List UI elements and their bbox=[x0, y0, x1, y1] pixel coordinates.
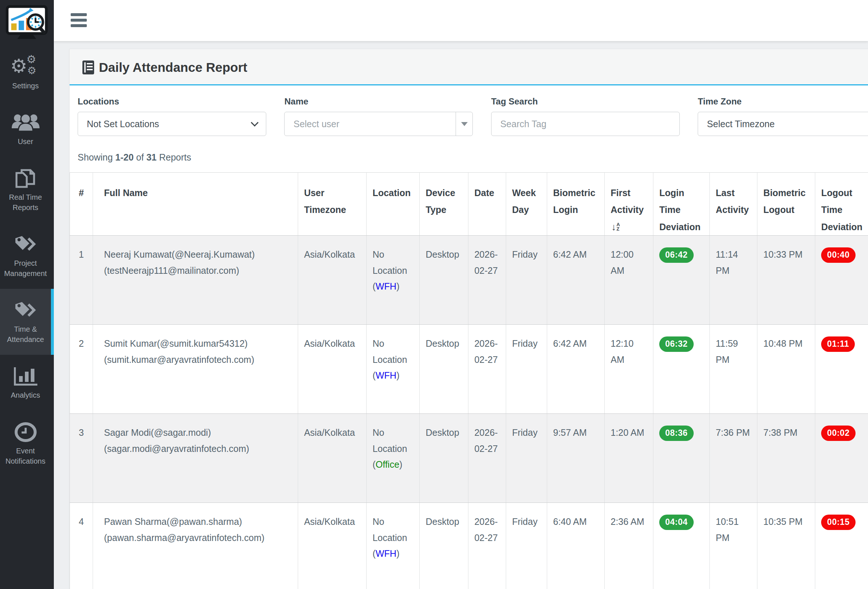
sort-alpha-asc-icon[interactable]: ↓ AZ bbox=[611, 222, 620, 232]
timezone-cell: Asia/Kolkata bbox=[298, 235, 367, 324]
app-logo[interactable] bbox=[0, 0, 54, 46]
location-cell: No Location Office bbox=[367, 413, 420, 503]
sidebar-item-label: Time & Attendance bbox=[1, 324, 49, 345]
column-header-full-name: Full Name bbox=[93, 173, 298, 236]
last-activity-cell: 11:14 PM bbox=[710, 235, 757, 324]
date-cell: 2026-02-27 bbox=[468, 503, 506, 589]
monitor-chart-clock-logo-icon bbox=[5, 5, 48, 40]
locations-select[interactable]: Not Set Locations bbox=[78, 112, 266, 136]
biometric-logout-cell: 10:35 PM bbox=[757, 503, 815, 589]
sidebar-item-label: User bbox=[1, 136, 49, 147]
location-tag-link[interactable]: WFH bbox=[375, 370, 396, 380]
location-tag-link[interactable]: WFH bbox=[375, 548, 396, 559]
tag-search-field bbox=[491, 112, 680, 136]
sidebar-item-analytics[interactable]: Analytics bbox=[0, 355, 54, 410]
sidebar: ⚙⚙⚙ Settings User Real Time Reports bbox=[0, 0, 54, 589]
tags-icon bbox=[1, 234, 49, 255]
column-header-location: Location bbox=[367, 173, 420, 236]
date-cell: 2026-02-27 bbox=[468, 235, 506, 324]
column-header-first-activity[interactable]: First Activity ↓ AZ bbox=[605, 173, 653, 236]
logout-deviation-badge: 00:15 bbox=[821, 515, 855, 530]
sidebar-item-real-time-reports[interactable]: Real Time Reports bbox=[0, 157, 54, 223]
page-title: Daily Attendance Report bbox=[99, 60, 247, 75]
full-name-cell: Sagar Modi(@sagar.modi) (sagar.modi@arya… bbox=[93, 413, 298, 503]
tag-search-input[interactable] bbox=[500, 112, 670, 136]
column-header-date: Date bbox=[468, 173, 506, 236]
main-content: Daily Attendance Report Locations Not Se… bbox=[54, 41, 868, 589]
results-summary: Showing 1-20 of 31 Reports bbox=[78, 152, 868, 163]
biometric-logout-cell: 7:38 PM bbox=[757, 413, 815, 503]
attendance-table: # Full Name User Timezone Location Devic… bbox=[69, 172, 868, 589]
combobox-arrow-button[interactable] bbox=[456, 112, 472, 136]
filter-locations: Locations Not Set Locations bbox=[78, 96, 266, 136]
report-card: Daily Attendance Report Locations Not Se… bbox=[69, 49, 868, 589]
logout-deviation-cell: 01:11 bbox=[815, 324, 868, 413]
card-header: Daily Attendance Report bbox=[69, 49, 868, 86]
column-header-biometric-logout: Biometric Logout bbox=[757, 173, 815, 236]
date-cell: 2026-02-27 bbox=[468, 413, 506, 503]
sidebar-item-label: Settings bbox=[1, 81, 49, 91]
chevron-down-icon bbox=[251, 119, 258, 126]
tag-search-label: Tag Search bbox=[491, 96, 680, 107]
sidebar-item-settings[interactable]: ⚙⚙⚙ Settings bbox=[0, 46, 54, 101]
timezone-select[interactable]: Select Timezone bbox=[698, 112, 868, 136]
week-day-cell: Friday bbox=[506, 324, 547, 413]
name-combobox[interactable]: Select user bbox=[284, 112, 473, 136]
logout-deviation-cell: 00:15 bbox=[815, 503, 868, 589]
timezone-cell: Asia/Kolkata bbox=[298, 413, 367, 503]
login-deviation-badge: 08:36 bbox=[659, 426, 693, 441]
column-header-user-timezone: User Timezone bbox=[298, 173, 367, 236]
location-tag-link[interactable]: Office bbox=[375, 459, 399, 469]
table-row: 1 Neeraj Kumawat(@Neeraj.Kumawat) (testN… bbox=[70, 235, 868, 324]
sidebar-item-time-attendance[interactable]: Time & Attendance bbox=[0, 289, 54, 355]
locations-label: Locations bbox=[78, 96, 266, 107]
login-deviation-cell: 08:36 bbox=[653, 413, 710, 503]
timezone-label: Time Zone bbox=[698, 96, 868, 107]
logout-deviation-badge: 00:02 bbox=[821, 426, 855, 441]
sidebar-item-event-notifications[interactable]: Event Notifications bbox=[0, 410, 54, 477]
sidebar-item-project-management[interactable]: Project Management bbox=[0, 223, 54, 289]
first-activity-cell: 2:36 AM bbox=[605, 503, 653, 589]
topbar bbox=[54, 0, 868, 41]
last-activity-cell: 7:36 PM bbox=[710, 413, 757, 503]
sidebar-item-user[interactable]: User bbox=[0, 101, 54, 157]
week-day-cell: Friday bbox=[506, 503, 547, 589]
gears-icon: ⚙⚙⚙ bbox=[1, 56, 49, 78]
last-activity-cell: 11:59 PM bbox=[710, 324, 757, 413]
logout-deviation-badge: 00:40 bbox=[821, 247, 855, 263]
column-header-logout-time-deviation: Logout Time Deviation bbox=[815, 173, 868, 236]
first-activity-cell: 12:00 AM bbox=[605, 235, 653, 324]
row-index: 1 bbox=[70, 235, 93, 324]
full-name-cell: Pawan Sharma(@pawan.sharma) (pawan.sharm… bbox=[93, 503, 298, 589]
biometric-login-cell: 6:42 AM bbox=[547, 235, 605, 324]
row-index: 2 bbox=[70, 324, 93, 413]
full-name-cell: Sumit Kumar(@sumit.kumar54312) (sumit.ku… bbox=[93, 324, 298, 413]
timezone-cell: Asia/Kolkata bbox=[298, 503, 367, 589]
hamburger-menu-icon[interactable] bbox=[71, 13, 87, 30]
login-deviation-cell: 06:42 bbox=[653, 235, 710, 324]
name-label: Name bbox=[284, 96, 473, 107]
biometric-logout-cell: 10:48 PM bbox=[757, 324, 815, 413]
location-cell: No Location WFH bbox=[367, 503, 420, 589]
first-activity-cell: 1:20 AM bbox=[605, 413, 653, 503]
location-tag-link[interactable]: WFH bbox=[375, 281, 396, 292]
location-cell: No Location WFH bbox=[367, 324, 420, 413]
filter-timezone: Time Zone Select Timezone bbox=[698, 96, 868, 136]
summary-range: 1-20 bbox=[115, 152, 134, 162]
full-name-cell: Neeraj Kumawat(@Neeraj.Kumawat) (testNee… bbox=[93, 235, 298, 324]
login-deviation-badge: 06:32 bbox=[659, 336, 693, 352]
row-index: 4 bbox=[70, 503, 93, 589]
sidebar-item-label: Real Time Reports bbox=[1, 192, 49, 213]
location-cell: No Location WFH bbox=[367, 235, 420, 324]
sidebar-item-label: Project Management bbox=[1, 258, 49, 278]
tags-icon bbox=[1, 300, 49, 321]
biometric-login-cell: 9:57 AM bbox=[547, 413, 605, 503]
first-activity-cell: 12:10 AM bbox=[605, 324, 653, 413]
table-header-row: # Full Name User Timezone Location Devic… bbox=[70, 173, 868, 236]
bar-chart-icon bbox=[1, 366, 49, 387]
column-header-login-time-deviation: Login Time Deviation bbox=[653, 173, 710, 236]
filter-tag-search: Tag Search bbox=[491, 96, 680, 136]
device-type-cell: Desktop bbox=[420, 324, 468, 413]
table-row: 4 Pawan Sharma(@pawan.sharma) (pawan.sha… bbox=[70, 503, 868, 589]
login-deviation-cell: 06:32 bbox=[653, 324, 710, 413]
